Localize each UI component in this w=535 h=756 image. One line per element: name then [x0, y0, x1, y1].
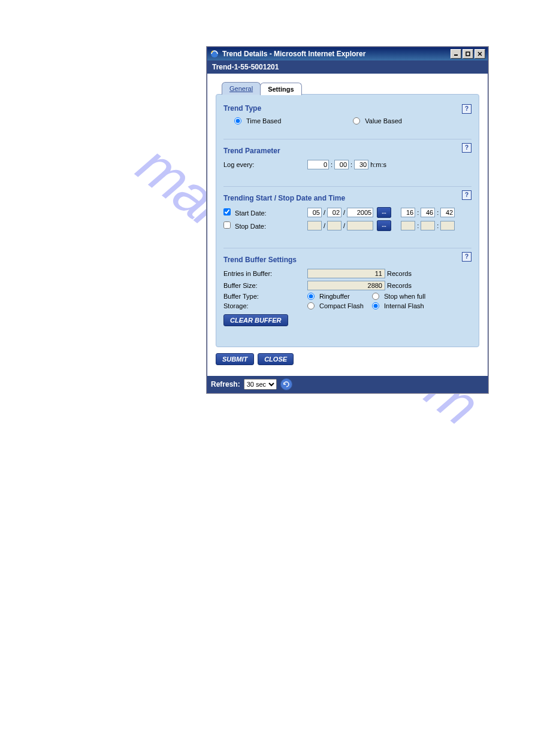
- start-date-checkbox[interactable]: [223, 208, 231, 215]
- tab-strip: General Settings: [222, 82, 479, 95]
- start-date-picker-button[interactable]: ...: [377, 207, 391, 218]
- radio-value-based[interactable]: Value Based: [353, 117, 402, 125]
- stop-date-label: Stop Date:: [235, 223, 266, 230]
- radio-stop-when-full[interactable]: Stop when full: [372, 293, 437, 300]
- start-day-input[interactable]: [327, 208, 341, 217]
- time-sep: :: [437, 222, 439, 229]
- start-hour-input[interactable]: [401, 208, 415, 217]
- radio-time-based[interactable]: Time Based: [234, 117, 281, 125]
- section-title-start-stop: Trending Start / Stop Date and Time: [223, 194, 471, 202]
- stop-day-input[interactable]: [327, 221, 341, 230]
- settings-panel: ? Trend Type Time Based Value Based ? Tr…: [216, 94, 479, 347]
- time-sep: :: [350, 161, 352, 168]
- date-sep: /: [343, 209, 345, 216]
- radio-ringbuffer-input[interactable]: [307, 293, 315, 300]
- page-subheader: Trend-1-55-5001201: [207, 60, 488, 74]
- start-month-input[interactable]: [307, 208, 322, 217]
- log-seconds-input[interactable]: [354, 160, 368, 169]
- radio-value-based-label: Value Based: [365, 117, 402, 125]
- date-sep: /: [324, 209, 325, 216]
- size-value: [307, 281, 385, 290]
- radio-stop-when-full-input[interactable]: [372, 293, 379, 300]
- footer: Refresh: 30 sec: [207, 376, 488, 393]
- ie-icon: [210, 49, 219, 59]
- svg-rect-2: [466, 52, 470, 56]
- radio-internal-flash-input[interactable]: [372, 302, 379, 309]
- stop-year-input[interactable]: [347, 221, 373, 230]
- section-buffer: ? Trend Buffer Settings Entries in Buffe…: [223, 248, 471, 332]
- radio-time-based-label: Time Based: [246, 117, 281, 125]
- refresh-label: Refresh:: [211, 380, 240, 388]
- stop-min-input[interactable]: [421, 221, 435, 230]
- stop-sec-input[interactable]: [440, 221, 455, 230]
- radio-internal-flash[interactable]: Internal Flash: [372, 302, 437, 309]
- date-sep: /: [343, 222, 345, 229]
- help-icon[interactable]: ?: [462, 143, 471, 153]
- app-window: Trend Details - Microsoft Internet Explo…: [207, 47, 488, 393]
- stop-hour-input[interactable]: [401, 221, 415, 230]
- radio-ringbuffer[interactable]: Ringbuffer: [307, 293, 372, 300]
- time-sep: :: [417, 209, 419, 216]
- storage-label: Storage:: [223, 302, 307, 309]
- clear-buffer-button[interactable]: CLEAR BUFFER: [223, 314, 288, 326]
- stop-month-input[interactable]: [307, 221, 322, 230]
- log-hours-input[interactable]: [307, 160, 329, 169]
- time-sep: :: [331, 161, 333, 168]
- section-start-stop: ? Trending Start / Stop Date and Time St…: [223, 186, 471, 239]
- log-minutes-input[interactable]: [334, 160, 349, 169]
- records-label: Records: [387, 282, 412, 289]
- records-label: Records: [387, 270, 412, 277]
- section-title-trend-type: Trend Type: [223, 104, 471, 113]
- radio-compact-flash[interactable]: Compact Flash: [307, 302, 372, 309]
- time-sep: :: [437, 209, 439, 216]
- start-date-label: Start Date:: [235, 210, 267, 217]
- radio-compact-flash-input[interactable]: [307, 302, 315, 309]
- log-units: h:m:s: [370, 161, 386, 168]
- section-title-buffer: Trend Buffer Settings: [223, 256, 471, 264]
- section-trend-parameter: ? Trend Parameter Log every: : : h:m:s: [223, 139, 471, 178]
- refresh-icon[interactable]: [280, 378, 292, 390]
- titlebar: Trend Details - Microsoft Internet Explo…: [207, 47, 488, 60]
- radio-internal-flash-label: Internal Flash: [384, 302, 424, 309]
- close-button[interactable]: CLOSE: [258, 353, 294, 365]
- radio-compact-flash-label: Compact Flash: [319, 302, 364, 309]
- maximize-button[interactable]: [463, 49, 473, 59]
- radio-ringbuffer-label: Ringbuffer: [319, 293, 350, 300]
- window-title: Trend Details - Microsoft Internet Explo…: [222, 50, 365, 58]
- radio-time-based-input[interactable]: [234, 117, 241, 125]
- start-year-input[interactable]: [347, 208, 373, 217]
- entries-value: [307, 269, 385, 278]
- radio-stop-when-full-label: Stop when full: [384, 293, 425, 300]
- time-sep: :: [417, 222, 419, 229]
- entries-label: Entries in Buffer:: [223, 270, 307, 277]
- radio-value-based-input[interactable]: [353, 117, 360, 125]
- refresh-select[interactable]: 30 sec: [244, 379, 277, 390]
- stop-date-checkbox[interactable]: [223, 221, 231, 229]
- size-label: Buffer Size:: [223, 282, 307, 289]
- minimize-button[interactable]: [451, 49, 461, 59]
- start-min-input[interactable]: [421, 208, 435, 217]
- help-icon[interactable]: ?: [462, 252, 471, 262]
- start-sec-input[interactable]: [440, 208, 455, 217]
- stop-date-picker-button[interactable]: ...: [377, 220, 391, 231]
- date-sep: /: [324, 222, 325, 229]
- section-title-trend-parameter: Trend Parameter: [223, 147, 471, 155]
- help-icon[interactable]: ?: [462, 104, 471, 114]
- section-trend-type: ? Trend Type Time Based Value Based: [223, 101, 471, 130]
- buffer-type-label: Buffer Type:: [223, 293, 307, 300]
- tab-settings[interactable]: Settings: [260, 83, 301, 95]
- log-every-label: Log every:: [223, 161, 307, 168]
- close-window-button[interactable]: [474, 49, 485, 59]
- help-icon[interactable]: ?: [462, 190, 471, 200]
- submit-button[interactable]: SUBMIT: [216, 353, 254, 365]
- tab-general[interactable]: General: [222, 82, 261, 95]
